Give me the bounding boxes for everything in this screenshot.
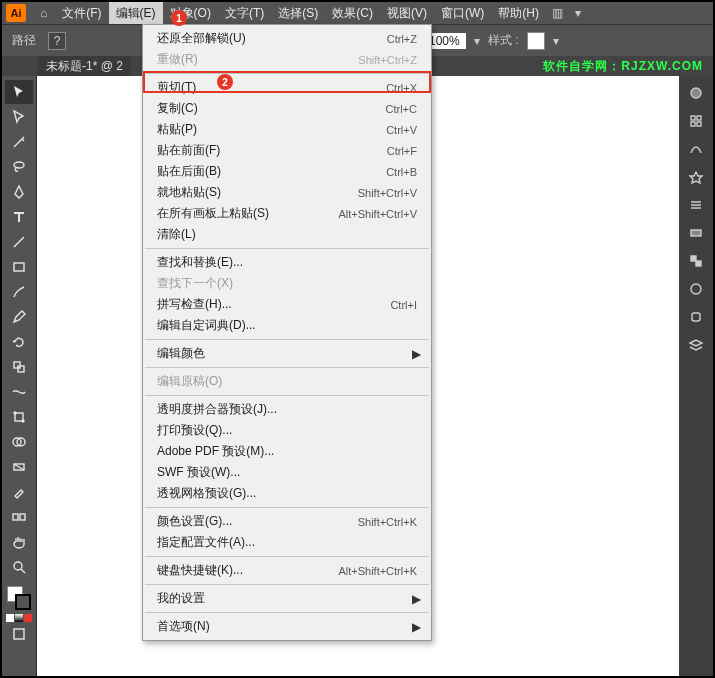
dock-gradient[interactable] <box>682 220 710 246</box>
svg-point-0 <box>14 162 24 168</box>
menu-编辑[interactable]: 编辑(E) <box>109 2 163 24</box>
menu-item[interactable]: 还原全部解锁(U)Ctrl+Z <box>143 28 431 49</box>
menu-item[interactable]: SWF 预设(W)... <box>143 462 431 483</box>
menu-separator <box>145 395 429 396</box>
dock-layers[interactable] <box>682 332 710 358</box>
menu-item[interactable]: 拼写检查(H)...Ctrl+I <box>143 294 431 315</box>
menu-separator <box>145 584 429 585</box>
rectangle-tool[interactable] <box>5 255 33 279</box>
menu-item[interactable]: 首选项(N)▶ <box>143 616 431 637</box>
menu-item[interactable]: 粘贴(P)Ctrl+V <box>143 119 431 140</box>
svg-rect-21 <box>696 261 701 266</box>
lasso-tool[interactable] <box>5 155 33 179</box>
paintbrush-tool[interactable] <box>5 280 33 304</box>
menu-item[interactable]: 颜色设置(G)...Shift+Ctrl+K <box>143 511 431 532</box>
annotation-badge-2: 2 <box>217 74 233 90</box>
menu-item[interactable]: 透视网格预设(G)... <box>143 483 431 504</box>
menu-separator <box>145 248 429 249</box>
menu-帮助[interactable]: 帮助(H) <box>491 2 546 24</box>
menu-选择[interactable]: 选择(S) <box>271 2 325 24</box>
opacity-chevron-icon[interactable]: ▾ <box>474 34 480 48</box>
opacity-input[interactable]: 100% <box>426 33 466 49</box>
eyedropper-tool[interactable] <box>5 480 33 504</box>
menu-窗口[interactable]: 窗口(W) <box>434 2 491 24</box>
fill-stroke-control[interactable] <box>5 584 33 612</box>
menu-item[interactable]: 复制(C)Ctrl+C <box>143 98 431 119</box>
menu-item[interactable]: 打印预设(Q)... <box>143 420 431 441</box>
dock-brushes[interactable] <box>682 136 710 162</box>
svg-rect-13 <box>14 629 24 639</box>
menu-item: 重做(R)Shift+Ctrl+Z <box>143 49 431 70</box>
dock-stroke[interactable] <box>682 192 710 218</box>
line-tool[interactable] <box>5 230 33 254</box>
menu-效果[interactable]: 效果(C) <box>325 2 380 24</box>
hand-tool[interactable] <box>5 530 33 554</box>
menu-separator <box>145 612 429 613</box>
menu-视图[interactable]: 视图(V) <box>380 2 434 24</box>
panel-icon[interactable]: ▥ <box>546 6 569 20</box>
direct-selection-tool[interactable] <box>5 105 33 129</box>
type-tool[interactable] <box>5 205 33 229</box>
svg-point-14 <box>691 88 701 98</box>
submenu-arrow-icon: ▶ <box>412 592 421 606</box>
scale-tool[interactable] <box>5 355 33 379</box>
screen-mode-tool[interactable] <box>5 622 33 646</box>
svg-rect-17 <box>691 122 695 126</box>
menu-item[interactable]: 在所有画板上粘贴(S)Alt+Shift+Ctrl+V <box>143 203 431 224</box>
dock-appearance[interactable] <box>682 276 710 302</box>
style-swatch[interactable] <box>527 32 545 50</box>
magic-wand-tool[interactable] <box>5 130 33 154</box>
svg-rect-18 <box>697 122 701 126</box>
style-chevron-icon[interactable]: ▾ <box>553 34 559 48</box>
menu-separator <box>145 367 429 368</box>
annotation-badge-1: 1 <box>171 10 187 26</box>
menu-item[interactable]: 编辑自定词典(D)... <box>143 315 431 336</box>
selection-tool[interactable] <box>5 80 33 104</box>
menu-item[interactable]: 贴在前面(F)Ctrl+F <box>143 140 431 161</box>
menu-item[interactable]: 我的设置▶ <box>143 588 431 609</box>
menu-item[interactable]: 键盘快捷键(K)...Alt+Shift+Ctrl+K <box>143 560 431 581</box>
svg-rect-19 <box>691 230 701 236</box>
menu-item[interactable]: 编辑颜色▶ <box>143 343 431 364</box>
menu-item[interactable]: 指定配置文件(A)... <box>143 532 431 553</box>
dock-symbols[interactable] <box>682 164 710 190</box>
menu-item[interactable]: 清除(L) <box>143 224 431 245</box>
svg-rect-16 <box>697 116 701 120</box>
blend-tool[interactable] <box>5 505 33 529</box>
edit-menu-dropdown: 还原全部解锁(U)Ctrl+Z重做(R)Shift+Ctrl+Z剪切(T)Ctr… <box>142 24 432 641</box>
width-tool[interactable] <box>5 380 33 404</box>
free-transform-tool[interactable] <box>5 405 33 429</box>
svg-rect-20 <box>691 256 696 261</box>
style-label: 样式 : <box>488 32 519 49</box>
gradient-tool[interactable] <box>5 455 33 479</box>
rotate-tool[interactable] <box>5 330 33 354</box>
menu-item[interactable]: 查找和替换(E)... <box>143 252 431 273</box>
menu-item[interactable]: Adobe PDF 预设(M)... <box>143 441 431 462</box>
chevron-down-icon[interactable]: ▾ <box>569 6 587 20</box>
pen-tool[interactable] <box>5 180 33 204</box>
menu-文件[interactable]: 文件(F) <box>55 2 108 24</box>
menu-separator <box>145 339 429 340</box>
menu-item[interactable]: 透明度拼合器预设(J)... <box>143 399 431 420</box>
app-logo: Ai <box>6 4 26 22</box>
svg-rect-1 <box>14 263 24 271</box>
menu-separator <box>145 507 429 508</box>
menu-item[interactable]: 贴在后面(B)Ctrl+B <box>143 161 431 182</box>
menu-文字[interactable]: 文字(T) <box>218 2 271 24</box>
help-button[interactable]: ? <box>48 32 66 50</box>
dock-swatches[interactable] <box>682 108 710 134</box>
home-icon[interactable]: ⌂ <box>40 6 47 20</box>
svg-rect-15 <box>691 116 695 120</box>
shape-builder-tool[interactable] <box>5 430 33 454</box>
zoom-tool[interactable] <box>5 555 33 579</box>
dock-transparency[interactable] <box>682 248 710 274</box>
menu-item[interactable]: 剪切(T)Ctrl+X <box>143 77 431 98</box>
watermark: 软件自学网：RJZXW.COM <box>543 58 703 75</box>
color-mode-row[interactable] <box>6 614 32 622</box>
document-tab[interactable]: 未标题-1* @ 2 <box>38 56 131 77</box>
pencil-tool[interactable] <box>5 305 33 329</box>
dock-graphicstyles[interactable] <box>682 304 710 330</box>
menu-item[interactable]: 就地粘贴(S)Shift+Ctrl+V <box>143 182 431 203</box>
menu-separator <box>145 73 429 74</box>
dock-color[interactable] <box>682 80 710 106</box>
